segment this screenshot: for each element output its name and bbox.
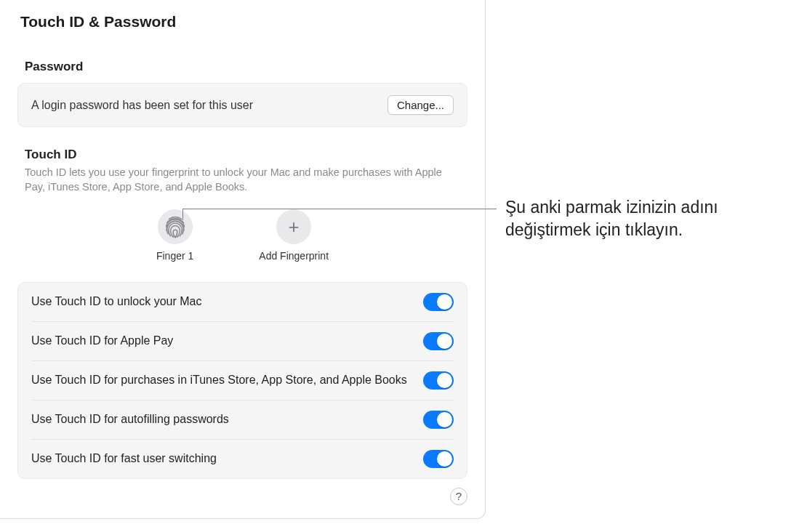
option-autofill: Use Touch ID for autofilling passwords: [31, 400, 454, 440]
option-unlock-mac: Use Touch ID to unlock your Mac: [31, 283, 454, 322]
add-fingerprint-button[interactable]: +: [276, 209, 311, 244]
touchid-heading: Touch ID: [25, 148, 467, 162]
help-button[interactable]: ?: [450, 488, 467, 505]
settings-panel: Touch ID & Password Password A login pas…: [0, 0, 486, 519]
touchid-description: Touch ID lets you use your fingerprint t…: [25, 165, 460, 195]
password-heading: Password: [25, 60, 467, 74]
fingerprints-row: Finger 1 + Add Fingerprint: [17, 209, 467, 262]
option-purchases: Use Touch ID for purchases in iTunes Sto…: [31, 361, 454, 400]
option-fast-user-switching: Use Touch ID for fast user switching: [31, 440, 454, 478]
option-label: Use Touch ID to unlock your Mac: [31, 294, 409, 310]
callout-line-down: [182, 209, 183, 220]
option-label: Use Touch ID for purchases in iTunes Sto…: [31, 372, 409, 388]
add-fingerprint-label: Add Fingerprint: [259, 250, 329, 262]
toggle-unlock-mac[interactable]: [423, 293, 454, 311]
toggle-autofill[interactable]: [423, 411, 454, 429]
fingerprint-item: Finger 1: [156, 209, 193, 262]
option-apple-pay: Use Touch ID for Apple Pay: [31, 322, 454, 361]
plus-icon: +: [289, 217, 300, 236]
touchid-options-card: Use Touch ID to unlock your Mac Use Touc…: [17, 282, 467, 479]
option-label: Use Touch ID for fast user switching: [31, 451, 409, 467]
toggle-purchases[interactable]: [423, 371, 454, 390]
toggle-fast-user-switching[interactable]: [423, 450, 454, 468]
add-fingerprint-item: + Add Fingerprint: [259, 209, 329, 262]
option-label: Use Touch ID for Apple Pay: [31, 333, 409, 349]
fingerprint-label[interactable]: Finger 1: [156, 250, 193, 262]
password-status-text: A login password has been set for this u…: [31, 99, 253, 112]
toggle-apple-pay[interactable]: [423, 332, 454, 350]
password-card: A login password has been set for this u…: [17, 83, 467, 127]
callout-line: [182, 209, 497, 209]
page-title: Touch ID & Password: [20, 13, 467, 31]
option-label: Use Touch ID for autofilling passwords: [31, 411, 409, 427]
callout-text: Şu anki parmak izinizin adını değiştirme…: [505, 196, 782, 241]
fingerprint-icon: [163, 214, 188, 239]
change-password-button[interactable]: Change...: [388, 95, 454, 115]
fingerprint-button[interactable]: [158, 209, 193, 244]
